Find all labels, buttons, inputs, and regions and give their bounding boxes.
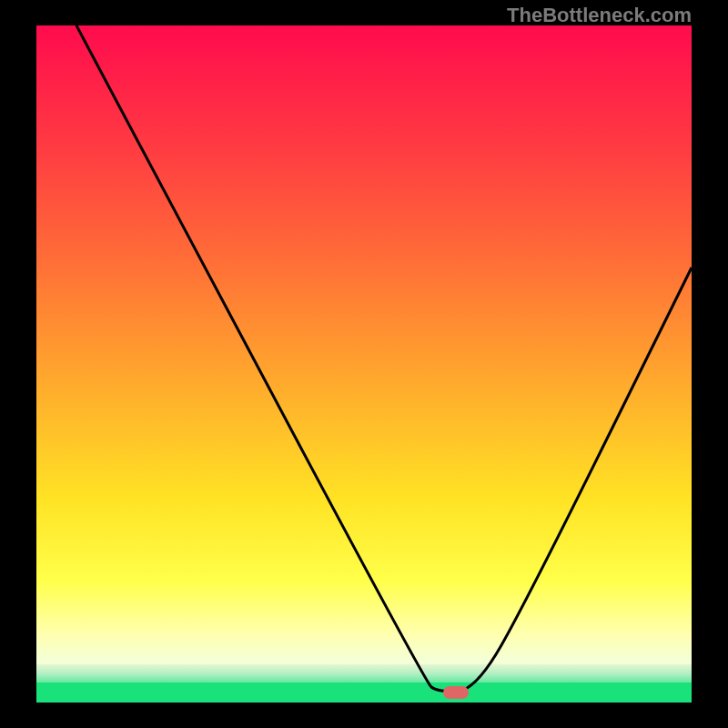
chart-frame: TheBottleneck.com (0, 0, 728, 728)
watermark-text: TheBottleneck.com (507, 4, 692, 27)
curve-svg (36, 25, 692, 703)
plot-area (36, 25, 692, 703)
optimum-marker (443, 686, 469, 699)
bottleneck-curve (76, 25, 692, 692)
